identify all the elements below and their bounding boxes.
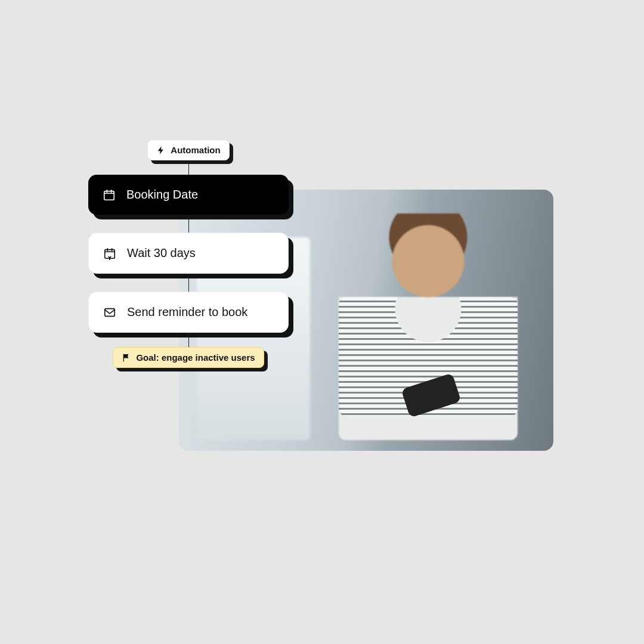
svg-rect-0 <box>104 191 114 200</box>
flow-connector <box>188 215 189 233</box>
mail-icon <box>103 306 116 319</box>
flow-step-booking-date[interactable]: Booking Date <box>88 175 289 215</box>
flow-step-wait[interactable]: Wait 30 days <box>88 233 289 274</box>
automation-goal-label: Goal: engage inactive users <box>136 352 255 363</box>
flow-connector <box>188 160 189 175</box>
automation-header-badge[interactable]: Automation <box>147 140 229 160</box>
flow-step-send-reminder[interactable]: Send reminder to book <box>88 292 289 333</box>
flow-connector <box>188 274 189 292</box>
svg-rect-1 <box>105 249 115 258</box>
wait-calendar-icon <box>103 247 116 260</box>
flow-step-label: Wait 30 days <box>127 246 196 260</box>
automation-goal-badge[interactable]: Goal: engage inactive users <box>113 347 264 368</box>
svg-rect-2 <box>105 308 115 316</box>
automation-flow: Automation Booking Date Wait 30 days Sen… <box>88 140 289 368</box>
flow-step-label: Booking Date <box>126 188 198 202</box>
flag-icon <box>122 353 131 363</box>
flow-step-label: Send reminder to book <box>127 305 247 319</box>
flow-connector <box>188 333 189 347</box>
automation-header-label: Automation <box>171 145 220 155</box>
calendar-icon <box>103 188 116 202</box>
bolt-icon <box>156 145 166 155</box>
